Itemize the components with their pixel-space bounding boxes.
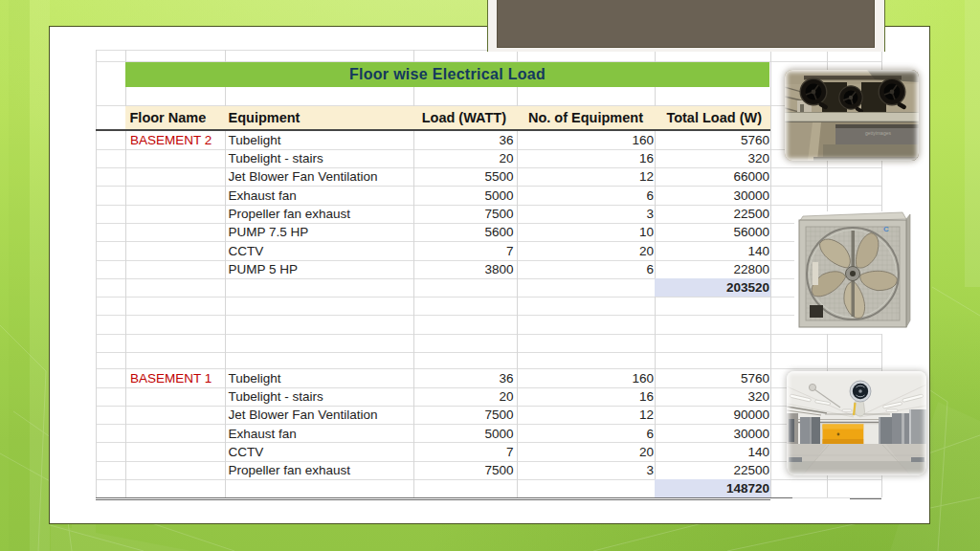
svg-text:C: C [883,225,889,233]
svg-text:gettyimages: gettyimages [865,130,891,136]
